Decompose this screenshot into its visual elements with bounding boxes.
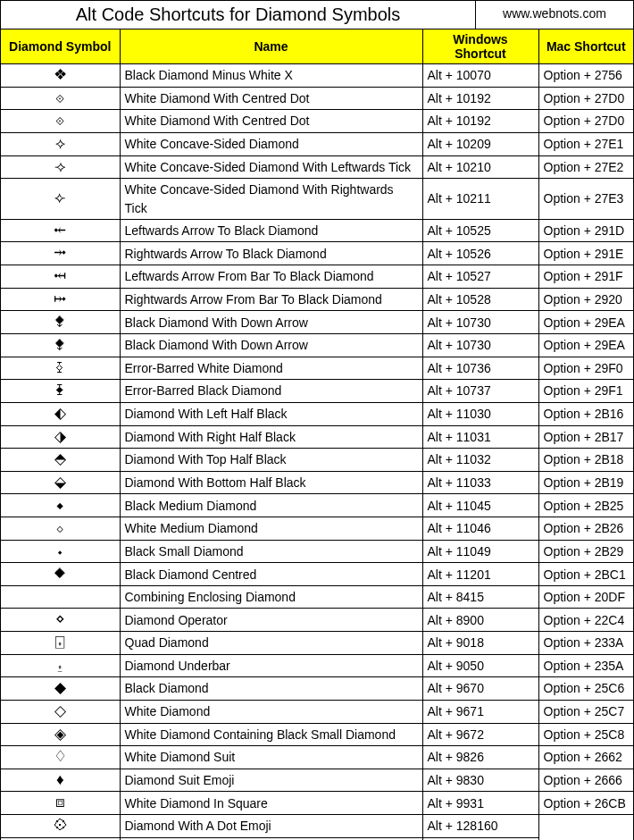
symbol-cell: ❖ — [1, 64, 120, 88]
reference-table-container: Alt Code Shortcuts for Diamond Symbols w… — [0, 0, 634, 840]
windows-shortcut-cell: Alt + 10528 — [422, 288, 538, 311]
table-row: ◆Black DiamondAlt + 9670Option + 25C6 — [1, 677, 633, 701]
symbol-cell: ⤞ — [1, 242, 120, 265]
name-cell: White Diamond — [120, 700, 422, 723]
mac-shortcut-cell: Option + 26CB — [538, 792, 633, 815]
table-row: ❖Black Diamond Minus White XAlt + 10070O… — [1, 64, 633, 88]
mac-shortcut-cell: Option + 2B25 — [538, 494, 633, 517]
symbol-cell: ⍚ — [1, 654, 120, 677]
table-row: ⟐White Diamond With Centred DotAlt + 101… — [1, 110, 633, 133]
table-row: ⬙Diamond With Bottom Half BlackAlt + 110… — [1, 471, 633, 494]
name-cell: White Concave-Sided Diamond — [120, 132, 422, 155]
mac-shortcut-cell: Option + 27D0 — [538, 87, 633, 110]
mac-shortcut-cell: Option + 2B26 — [538, 517, 633, 541]
table-row: ⤝Leftwards Arrow To Black DiamondAlt + 1… — [1, 219, 633, 242]
symbol-cell: ⧰ — [1, 357, 120, 380]
symbol-cell: ⧱ — [1, 380, 120, 403]
mac-shortcut-cell: Option + 291E — [538, 242, 633, 265]
mac-shortcut-cell: Option + 22C4 — [538, 609, 633, 632]
table-row: ♦Diamond Suit EmojiAlt + 9830Option + 26… — [1, 769, 633, 792]
table-row: ⬥Black Medium DiamondAlt + 11045Option +… — [1, 494, 633, 517]
mac-shortcut-cell: Option + 25C8 — [538, 723, 633, 746]
table-row: Combining Enclosing DiamondAlt + 8415Opt… — [1, 586, 633, 609]
windows-shortcut-cell: Alt + 10527 — [422, 265, 538, 289]
name-cell: Diamond With Right Half Black — [120, 425, 422, 449]
table-row: ⋄Diamond OperatorAlt + 8900Option + 22C4 — [1, 609, 633, 632]
name-cell: Combining Enclosing Diamond — [120, 586, 422, 609]
symbol-cell: ⬗ — [1, 425, 120, 449]
name-cell: Leftwards Arrow From Bar To Black Diamon… — [120, 265, 422, 289]
table-row: ⬗Diamond With Right Half BlackAlt + 1103… — [1, 425, 633, 449]
name-cell: White Concave-Sided Diamond With Rightwa… — [120, 179, 422, 220]
name-cell: Diamond With Top Half Black — [120, 449, 422, 472]
windows-shortcut-cell: Alt + 8900 — [422, 609, 538, 632]
mac-shortcut-cell: Option + 25C6 — [538, 677, 633, 701]
mac-shortcut-cell: Option + 233A — [538, 631, 633, 654]
table-row: ⧪Black Diamond With Down ArrowAlt + 1073… — [1, 311, 633, 334]
symbol-cell — [1, 586, 120, 609]
symbol-cell: ⬖ — [1, 402, 120, 425]
name-cell: Diamond With Bottom Half Black — [120, 471, 422, 494]
table-row: ⤟Leftwards Arrow From Bar To Black Diamo… — [1, 265, 633, 289]
name-cell: Black Diamond Minus White X — [120, 64, 422, 88]
name-cell: Quad Diamond — [120, 631, 422, 654]
windows-shortcut-cell: Alt + 10070 — [422, 64, 538, 88]
mac-shortcut-cell: Option + 2B29 — [538, 540, 633, 563]
source-url: www.webnots.com — [476, 1, 633, 29]
windows-shortcut-cell: Alt + 128160 — [422, 815, 538, 838]
windows-shortcut-cell: Alt + 11032 — [422, 449, 538, 472]
windows-shortcut-cell: Alt + 11046 — [422, 517, 538, 541]
symbol-cell: ⧪ — [1, 334, 120, 357]
mac-shortcut-cell: Option + 2920 — [538, 288, 633, 311]
table-row: ⬖Diamond With Left Half BlackAlt + 11030… — [1, 402, 633, 425]
windows-shortcut-cell: Alt + 10192 — [422, 87, 538, 110]
name-cell: Black Diamond Centred — [120, 563, 422, 586]
symbol-cell: ⋄ — [1, 609, 120, 632]
mac-shortcut-merged-cell: Use Character Viewer — [538, 815, 633, 840]
mac-shortcut-cell: Option + 2756 — [538, 64, 633, 88]
windows-shortcut-cell: Alt + 9018 — [422, 631, 538, 654]
windows-shortcut-cell: Alt + 10525 — [422, 219, 538, 242]
table-row: ⯁Black Diamond CentredAlt + 11201Option … — [1, 563, 633, 586]
table-row: ⧪Black Diamond With Down ArrowAlt + 1073… — [1, 334, 633, 357]
col-header-name: Name — [120, 29, 422, 64]
mac-shortcut-cell: Option + 2662 — [538, 746, 633, 769]
windows-shortcut-cell: Alt + 10192 — [422, 110, 538, 133]
symbol-cell: ◇ — [1, 700, 120, 723]
windows-shortcut-cell: Alt + 10210 — [422, 155, 538, 179]
name-cell: Diamond Suit Emoji — [120, 769, 422, 792]
windows-shortcut-cell: Alt + 9826 — [422, 746, 538, 769]
mac-shortcut-cell: Option + 2B17 — [538, 425, 633, 449]
table-row: 💠︎Diamond With A Dot EmojiAlt + 128160Us… — [1, 815, 633, 838]
mac-shortcut-cell: Option + 291F — [538, 265, 633, 289]
mac-shortcut-cell: Option + 20DF — [538, 586, 633, 609]
name-cell: White Diamond With Centred Dot — [120, 87, 422, 110]
name-cell: Black Diamond With Down Arrow — [120, 311, 422, 334]
table-row: ⤞Rightwards Arrow To Black DiamondAlt + … — [1, 242, 633, 265]
mac-shortcut-cell: Option + 29EA — [538, 311, 633, 334]
col-header-windows: Windows Shortcut — [422, 29, 538, 64]
table-row: ⍚Diamond UnderbarAlt + 9050Option + 235A — [1, 654, 633, 677]
mac-shortcut-cell: Option + 25C7 — [538, 700, 633, 723]
mac-shortcut-cell: Option + 27E3 — [538, 179, 633, 220]
windows-shortcut-cell: Alt + 10730 — [422, 311, 538, 334]
mac-shortcut-cell: Option + 2BC1 — [538, 563, 633, 586]
table-row: ⟐White Diamond With Centred DotAlt + 101… — [1, 87, 633, 110]
windows-shortcut-cell: Alt + 9672 — [422, 723, 538, 746]
symbol-cell: ◆ — [1, 677, 120, 701]
name-cell: Error-Barred White Diamond — [120, 357, 422, 380]
name-cell: Error-Barred Black Diamond — [120, 380, 422, 403]
name-cell: White Diamond Suit — [120, 746, 422, 769]
name-cell: White Diamond In Square — [120, 792, 422, 815]
mac-shortcut-cell: Option + 27D0 — [538, 110, 633, 133]
symbol-cell: ⤟ — [1, 265, 120, 289]
name-cell: Diamond Operator — [120, 609, 422, 632]
windows-shortcut-cell: Alt + 8415 — [422, 586, 538, 609]
table-row: ⧈White Diamond In SquareAlt + 9931Option… — [1, 792, 633, 815]
windows-shortcut-cell: Alt + 11045 — [422, 494, 538, 517]
symbol-cell: 💠︎ — [1, 815, 120, 838]
symbol-cell: ⟡ — [1, 132, 120, 155]
name-cell: White Diamond With Centred Dot — [120, 110, 422, 133]
name-cell: White Concave-Sided Diamond With Leftwar… — [120, 155, 422, 179]
shortcuts-table: Diamond Symbol Name Windows Shortcut Mac… — [1, 29, 633, 840]
